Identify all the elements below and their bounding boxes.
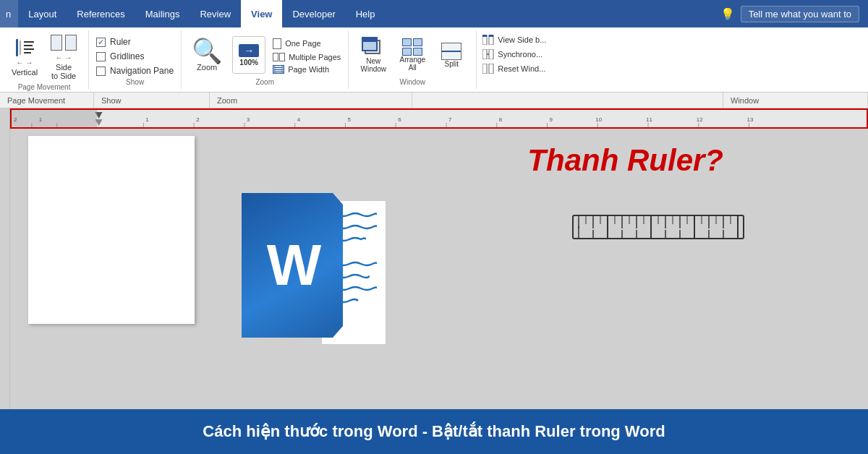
synchrono-button[interactable]: Synchrono... [482,49,546,59]
group-view-side: View Side b... Synchrono... Reset W [477,30,553,89]
app-container: n Layout References Mailings Review View… [0,0,868,454]
ruler-checkbox[interactable]: Ruler [96,37,174,47]
tab-references[interactable]: References [67,0,135,27]
svg-text:1: 1 [39,116,43,123]
one-page-button[interactable]: One Page [273,38,341,49]
bottom-banner-text: Cách hiện thước trong Word - Bật/tắt tha… [203,422,665,441]
zoom-label: Zoom [197,63,217,72]
page-width-icon [273,65,284,74]
word-logo-area: W [242,193,386,352]
section-labels-bar: Page Movement Show Zoom Window [0,93,868,108]
tab-view[interactable]: View [241,0,282,27]
multiple-pages-icon [273,53,285,61]
tab-review[interactable]: Review [190,0,241,27]
word-w-cover: W [242,193,343,338]
view-side-icon [482,35,494,45]
view-side-by-side-button[interactable]: View Side b... [482,35,546,45]
ruler-check-box [96,38,106,47]
gridlines-label: Gridlines [110,51,144,61]
ruler-svg: 2 1 1 2 3 4 5 [10,108,868,129]
section-zoom: Zoom [210,93,412,108]
gridlines-check-box [96,52,106,61]
svg-text:13: 13 [747,116,754,123]
ribbon-content: ← → Vertical ← → [0,27,868,93]
svg-text:2: 2 [14,116,17,123]
new-window-button[interactable]: New Window [356,34,391,76]
thanh-ruler-text: Thanh Ruler? [527,143,723,177]
one-page-icon [273,38,281,49]
tell-me-text: Tell me what you want to [749,9,851,20]
multiple-pages-button[interactable]: Multiple Pages [273,53,341,61]
side-to-side-button[interactable]: ← → Side to Side [46,33,81,82]
page-width-button[interactable]: Page Width [273,65,341,74]
group-page-movement: ← → Vertical ← → [0,30,89,89]
gridlines-checkbox[interactable]: Gridlines [96,51,174,61]
nav-check-box [96,67,106,76]
main-content-section: W Thanh Ruler? [0,129,868,409]
tab-n[interactable]: n [0,0,18,27]
section-empty [412,93,723,108]
tab-mailings[interactable]: Mailings [135,0,190,27]
sync-icon [482,49,494,59]
ruler-area: 2 1 1 2 3 4 5 [0,108,868,129]
tell-me-box[interactable]: Tell me what you want to [741,6,859,22]
side-to-side-label: Side to Side [51,63,76,80]
group-zoom-label: Zoom [189,77,341,86]
ribbon-tabs: n Layout References Mailings Review View… [0,0,868,27]
vertical-ruler [0,108,10,129]
svg-rect-5 [489,49,493,59]
zoom-100-text: 100% [239,59,258,67]
tab-help[interactable]: Help [346,0,386,27]
svg-text:11: 11 [646,116,652,123]
group-show-label: Show [96,77,174,86]
new-window-label: New Window [361,57,387,73]
svg-text:4: 4 [297,116,301,123]
section-page-movement: Page Movement [0,93,94,108]
vertical-label: Vertical [12,68,38,77]
left-vertical-ruler [0,129,10,409]
zoom-100-button[interactable]: → 100% [229,35,268,75]
illustration-content: W Thanh Ruler? [213,129,868,409]
vertical-button[interactable]: ← → Vertical [7,38,42,78]
svg-rect-7 [482,64,487,74]
tab-developer[interactable]: Developer [282,0,345,27]
arrange-all-label: Arrange All [400,56,426,72]
navigation-pane-checkbox[interactable]: Navigation Pane [96,66,174,76]
group-page-movement-label: Page Movement [7,82,81,91]
doc-page [28,136,195,324]
section-show: Show [94,93,210,108]
svg-rect-4 [482,49,487,59]
svg-text:9: 9 [549,116,553,123]
nav-label: Navigation Pane [110,66,174,76]
reset-wind-button[interactable]: Reset Wind... [482,64,546,74]
ruler-illustration [571,208,745,249]
group-zoom: 🔍 Zoom → 100% One Page [182,30,349,89]
zoom-button[interactable]: 🔍 Zoom [189,37,225,73]
svg-text:8: 8 [499,116,503,123]
word-w-letter: W [267,232,318,299]
svg-text:5: 5 [347,116,351,123]
split-label: Split [445,60,459,68]
arrange-all-button[interactable]: Arrange All [395,35,430,74]
ruler-label: Ruler [110,37,131,47]
group-window-label: Window [356,77,469,86]
section-window: Window [723,93,868,108]
tab-layout[interactable]: Layout [18,0,67,27]
thanh-ruler-heading: Thanh Ruler? [527,143,723,178]
arrow-right-icon: → [244,45,254,56]
svg-text:2: 2 [196,116,200,123]
split-button[interactable]: Split [434,40,469,71]
svg-rect-8 [489,64,493,74]
svg-rect-2 [482,35,487,37]
svg-text:6: 6 [398,116,401,123]
horizontal-ruler-container: 2 1 1 2 3 4 5 [10,108,868,129]
svg-text:3: 3 [247,116,250,123]
svg-text:7: 7 [448,116,452,123]
group-window: New Window Arrange All [349,30,477,89]
svg-rect-9 [10,108,97,129]
bottom-banner: Cách hiện thước trong Word - Bật/tắt tha… [0,409,868,454]
reset-icon [482,64,494,74]
svg-text:1: 1 [145,116,149,123]
horizontal-ruler: 2 1 1 2 3 4 5 [10,108,868,129]
svg-text:10: 10 [595,116,602,123]
